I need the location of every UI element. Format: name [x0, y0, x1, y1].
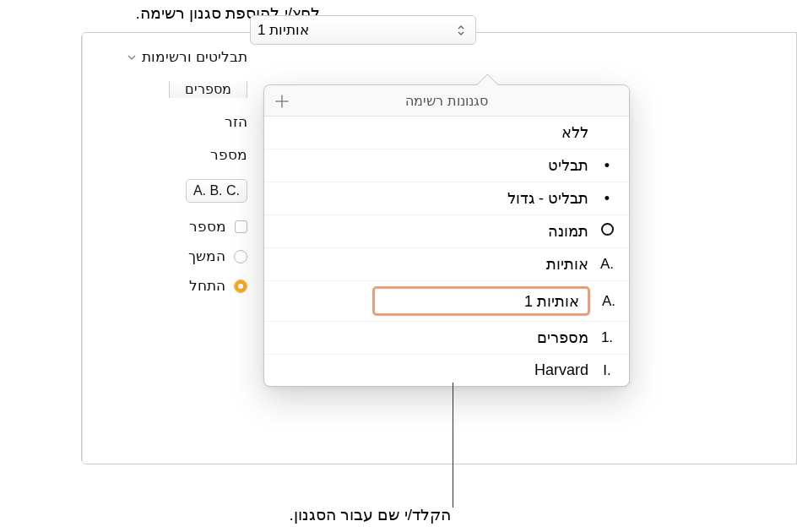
- sidebar-tab-row: מספרים: [95, 81, 247, 98]
- popover-header: סגנונות רשימה: [264, 85, 629, 117]
- numbers-tab[interactable]: מספרים: [169, 81, 247, 98]
- sidebar-radio-continue[interactable]: המשך: [95, 247, 247, 265]
- list-style-dropdown[interactable]: אותיות 1: [250, 15, 476, 45]
- style-item-harvard-label: Harvard: [534, 361, 588, 379]
- dropdown-selected-label: אותיות 1: [258, 21, 309, 39]
- style-item-letters[interactable]: A. אותיות: [264, 248, 629, 281]
- sidebar-check-1-label: מספר: [189, 218, 226, 236]
- sidebar-radio-start-label: התחל: [189, 277, 225, 295]
- style-item-bullet-label: תבליט: [548, 156, 588, 175]
- bullets-lists-section[interactable]: תבליטים ורשימות: [95, 48, 247, 66]
- popover-title: סגנונות רשימה: [405, 93, 487, 109]
- style-item-numbers[interactable]: 1. מספרים: [264, 322, 629, 355]
- abc-format-row: A. B. C.: [95, 179, 247, 203]
- style-item-none-label: ללא: [561, 123, 588, 142]
- number-format-select[interactable]: A. B. C.: [186, 179, 247, 203]
- number-format-value: A. B. C.: [193, 183, 240, 198]
- bullet-icon: •: [597, 191, 617, 206]
- style-prefix-harvard: I.: [597, 362, 617, 379]
- style-item-harvard[interactable]: I. Harvard: [264, 355, 629, 386]
- style-list: ללא • תבליט • תבליט - גדול תמונה A. אותי…: [264, 117, 629, 386]
- style-item-letters1-editing: A.: [264, 281, 629, 322]
- image-bullet-icon: [597, 223, 617, 240]
- style-item-letters-label: אותיות: [546, 255, 588, 274]
- style-prefix-letters1: A.: [599, 293, 619, 310]
- checkbox-icon: [235, 220, 247, 233]
- style-name-input[interactable]: [372, 286, 590, 316]
- style-item-image-label: תמונה: [548, 222, 588, 241]
- format-sidebar: תבליטים ורשימות מספרים הזר מספר A. B. C.…: [82, 33, 259, 464]
- style-item-bullet-big[interactable]: • תבליט - גדול: [264, 182, 629, 215]
- radio-selected-icon: [234, 280, 247, 293]
- style-prefix-letters: A.: [597, 256, 617, 273]
- style-item-none[interactable]: ללא: [264, 117, 629, 149]
- style-item-numbers-label: מספרים: [537, 328, 588, 347]
- style-item-bullet[interactable]: • תבליט: [264, 149, 629, 182]
- add-style-button[interactable]: [271, 90, 293, 112]
- list-styles-popover: סגנונות רשימה ללא • תבליט • תבליט - גדול…: [263, 84, 630, 387]
- chevron-down-icon: [127, 52, 137, 62]
- section-title: תבליטים ורשימות: [142, 48, 247, 66]
- style-item-bullet-big-label: תבליט - גדול: [507, 189, 588, 208]
- chevron-up-down-icon: [455, 24, 467, 36]
- style-item-image[interactable]: תמונה: [264, 215, 629, 248]
- sidebar-radio-continue-label: המשך: [188, 247, 225, 265]
- sidebar-check-1[interactable]: מספר: [95, 218, 247, 236]
- radio-icon: [234, 250, 247, 263]
- style-prefix-numbers: 1.: [597, 329, 617, 346]
- sidebar-row-1: הזר: [95, 113, 247, 131]
- callout-type-name: הקלד/י שם עבור הסגנון.: [290, 505, 451, 524]
- sidebar-row-2: מספר: [95, 146, 247, 164]
- bullet-icon: •: [597, 158, 617, 173]
- plus-icon: [274, 94, 290, 109]
- sidebar-radio-start[interactable]: התחל: [95, 277, 247, 295]
- leader-line-bottom: [453, 383, 453, 508]
